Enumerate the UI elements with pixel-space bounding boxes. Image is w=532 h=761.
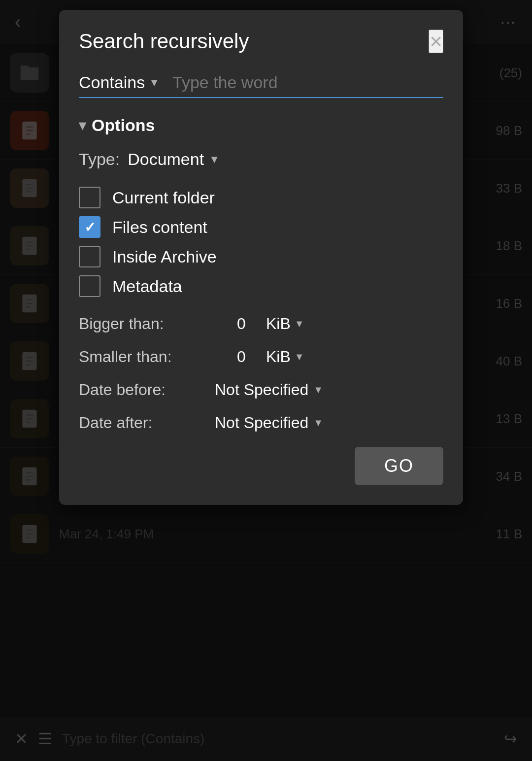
search-word-input[interactable]: [167, 73, 443, 92]
bigger-than-row: Bigger than: 0 KiB ▼: [79, 315, 443, 333]
type-value: Document: [128, 150, 204, 169]
checkbox-current-folder[interactable]: Current folder: [79, 187, 443, 208]
checkbox-files-content-label: Files content: [112, 218, 207, 237]
type-field-label: Type:: [79, 150, 120, 169]
smaller-than-unit-arrow-icon: ▼: [295, 351, 304, 363]
bigger-than-unit-arrow-icon: ▼: [295, 318, 304, 330]
date-before-value: Not Specified: [215, 381, 308, 399]
options-toggle[interactable]: ▾ Options: [79, 116, 443, 135]
checkbox-inside-archive-label: Inside Archive: [112, 247, 217, 266]
smaller-than-label: Smaller than:: [79, 348, 217, 366]
bigger-than-unit-dropdown[interactable]: KiB ▼: [266, 315, 304, 333]
smaller-than-row: Smaller than: 0 KiB ▼: [79, 348, 443, 366]
search-type-arrow-icon: ▼: [149, 76, 160, 89]
date-after-arrow-icon: ▼: [313, 417, 323, 429]
smaller-than-unit-dropdown[interactable]: KiB ▼: [266, 348, 304, 366]
checkbox-current-folder-label: Current folder: [112, 188, 215, 207]
search-type-dropdown[interactable]: Contains ▼: [79, 73, 167, 92]
date-before-label: Date before:: [79, 381, 207, 399]
date-after-value: Not Specified: [215, 414, 308, 432]
date-before-dropdown[interactable]: Not Specified ▼: [215, 381, 323, 399]
date-before-arrow-icon: ▼: [313, 384, 323, 396]
bigger-than-unit-label: KiB: [266, 315, 291, 333]
bigger-than-value: 0: [227, 315, 256, 333]
date-after-label: Date after:: [79, 414, 207, 432]
checkbox-metadata[interactable]: Metadata: [79, 275, 443, 297]
checkbox-files-content-box[interactable]: [79, 216, 100, 238]
dialog-close-button[interactable]: ×: [429, 30, 443, 53]
type-arrow-icon: ▼: [209, 153, 220, 166]
checkbox-metadata-label: Metadata: [112, 277, 182, 296]
date-before-row: Date before: Not Specified ▼: [79, 381, 443, 399]
checkbox-group: Current folder Files content Inside Arch…: [79, 187, 443, 297]
type-row: Type: Document ▼: [79, 150, 443, 169]
checkbox-current-folder-box[interactable]: [79, 187, 100, 208]
search-type-label: Contains: [79, 73, 145, 92]
bigger-than-label: Bigger than:: [79, 315, 217, 333]
checkbox-files-content[interactable]: Files content: [79, 216, 443, 238]
checkbox-inside-archive-box[interactable]: [79, 246, 100, 267]
options-chevron-icon: ▾: [79, 117, 86, 133]
smaller-than-value: 0: [227, 348, 256, 366]
checkbox-inside-archive[interactable]: Inside Archive: [79, 246, 443, 267]
date-after-row: Date after: Not Specified ▼: [79, 414, 443, 432]
dialog-title: Search recursively: [79, 30, 249, 53]
checkbox-metadata-box[interactable]: [79, 275, 100, 297]
go-button[interactable]: GO: [355, 447, 443, 485]
date-after-dropdown[interactable]: Not Specified ▼: [215, 414, 323, 432]
options-label: Options: [92, 116, 155, 135]
search-recursively-dialog: Search recursively × Contains ▼ ▾ Option…: [59, 10, 463, 505]
go-button-row: GO: [79, 447, 443, 485]
dialog-header: Search recursively ×: [79, 30, 443, 53]
search-row: Contains ▼: [79, 73, 443, 98]
type-select-dropdown[interactable]: Document ▼: [128, 150, 220, 169]
smaller-than-unit-label: KiB: [266, 348, 291, 366]
